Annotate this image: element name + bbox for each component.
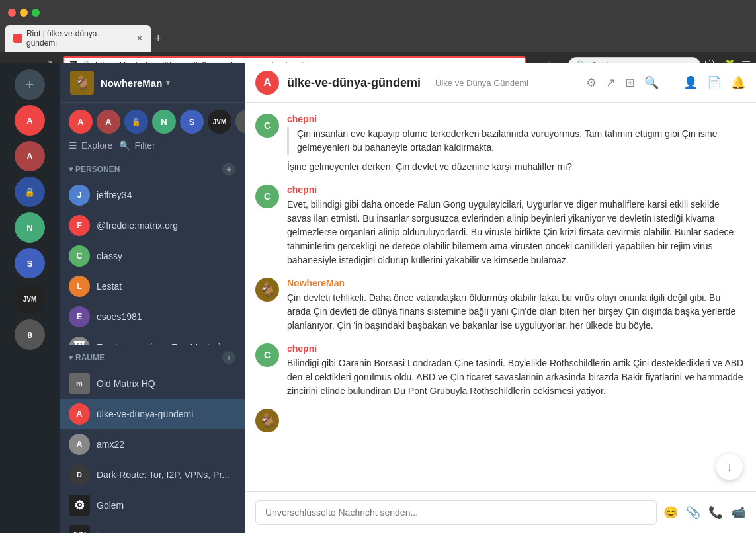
mini-avatar-n[interactable]: N [152,110,176,134]
msg-avatar-pending: 🐐 [255,409,279,432]
main-chat: A ülke-ve-dünya-gündemi Ülke ve Dünya Gü… [245,63,756,533]
minimize-window-button[interactable] [20,9,28,17]
title-bar [0,0,756,25]
room-name-ulke: ülke-ve-dünya-gündemi [97,409,193,419]
msg-author-chepni-1[interactable]: chepni [287,114,745,124]
header-divider [671,75,671,91]
tab-close-button[interactable]: ✕ [136,34,143,43]
mini-avatar-s[interactable]: S [180,110,204,134]
sidebar-item-a2[interactable]: A [15,141,45,171]
room-item-darkroute[interactable]: D Dark-Route: Tor, I2P, VPNs, Pr... [60,460,245,490]
contact-item-esoes1981[interactable]: E esoes1981 [60,302,245,332]
room-item-oldmatrix[interactable]: m Old Matrix HQ [60,368,245,399]
contact-item-jeffrey34[interactable]: J jeffrey34 [60,180,245,210]
sidebar-item-n[interactable]: N [15,212,45,243]
search-chat-icon[interactable]: 🔍 [644,75,659,90]
chat-room-avatar: A [255,71,279,95]
chat-room-subtitle: Ülke ve Dünya Gündemi [435,78,528,88]
contact-name-classy: classy [97,251,122,261]
mini-avatar-jvm[interactable]: JVM [208,110,231,134]
sidebar-item-lock[interactable]: 🔒 [15,177,45,207]
collapse-icon: ▾ [69,165,73,174]
app-container: + A A 🔒 N S JVM 8 🐐 NowhereMan ▾ A A 🔒 N… [0,63,756,533]
chat-header: A ülke-ve-dünya-gündemi Ülke ve Dünya Gü… [245,63,756,103]
close-window-button[interactable] [8,9,16,17]
explore-icon: ☰ [69,140,77,151]
mini-avatar-a1[interactable]: A [69,110,93,134]
sidebar-item-a1[interactable]: A [15,105,45,136]
tab-title: Riot | ülke-ve-dünya-gündemi [26,29,130,48]
rooms-section-title[interactable]: ▾ RÄUME [69,353,105,362]
mini-avatar-8[interactable]: 8 [235,110,245,134]
contact-item-lestat[interactable]: L Lestat [60,271,245,302]
grid-icon[interactable]: ⊞ [625,75,635,90]
contact-avatar-esoes1981: E [69,306,90,327]
contact-name-esoes1981: esoes1981 [97,311,142,322]
sidebar-item-8[interactable]: 8 [15,319,45,350]
persons-section-header: ▾ PERSONEN + [60,156,245,180]
message-group-5: C chepni Bilindigi gibi Oaranin Borsasi … [255,343,745,398]
contact-item-emptyroom[interactable]: 🖼 Empty room (was EmuMaster) [60,332,245,345]
room-item-ulke[interactable]: A ülke-ve-dünya-gündemi [60,399,245,429]
msg-author-chepni-3[interactable]: chepni [287,184,745,195]
attachment-button[interactable]: 📎 [686,505,700,520]
input-actions: 😊 📎 📞 📹 [663,505,745,520]
msg-author-nowhereman[interactable]: NowhereMan [287,278,745,288]
members-icon[interactable]: 👤 [683,75,698,90]
chevron-down-icon: ▾ [166,78,170,87]
add-room-button[interactable]: + [222,351,235,364]
contact-avatar-classy: C [69,245,90,266]
new-tab-button[interactable]: + [155,25,162,52]
scroll-to-bottom-button[interactable]: ↓ [716,454,743,480]
room-icon-darkroute: D [69,464,90,485]
settings-icon[interactable]: ⚙ [586,75,597,90]
room-item-golem[interactable]: ⚙ Golem [60,490,245,520]
contact-item-freddie[interactable]: F @freddie:matrix.org [60,210,245,241]
add-person-button[interactable]: + [222,163,235,176]
files-icon[interactable]: 📄 [707,75,722,90]
message-group-1: C chepni Çin insanlari eve kapayip olume… [255,114,745,155]
video-call-button[interactable]: 📹 [731,505,745,520]
username-area[interactable]: NowhereMan ▾ [101,77,170,89]
persons-section-title[interactable]: ▾ PERSONEN [69,165,120,174]
notifications-icon[interactable]: 🔔 [731,75,745,90]
msg-author-chepni-5[interactable]: chepni [287,343,745,354]
message-group-3: C chepni Evet, bilindigi gibi daha onced… [255,184,745,267]
room-name-golem: Golem [97,500,124,511]
filter-button[interactable]: 🔍 Filter [119,140,155,151]
header-actions: ⚙ ↗ ⊞ 🔍 👤 📄 🔔 [586,75,745,91]
explore-button[interactable]: ☰ Explore [69,140,112,151]
sidebar-item-s[interactable]: S [15,248,45,278]
left-panel: 🐐 NowhereMan ▾ A A 🔒 N S JVM 8 ☰ Explore… [60,63,245,533]
emoji-button[interactable]: 😊 [663,505,678,520]
share-icon[interactable]: ↗ [606,75,616,90]
voice-call-button[interactable]: 📞 [708,505,723,520]
room-item-amx22[interactable]: A amx22 [60,429,245,460]
chat-wrapper: A ülke-ve-dünya-gündemi Ülke ve Dünya Gü… [245,63,756,533]
msg-indented-1: Çin insanlari eve kapayip olume terkeder… [287,127,745,155]
room-icon-ulke: A [69,403,90,425]
room-name-jvm: jvm [97,530,111,533]
mini-avatar-lock[interactable]: 🔒 [124,110,148,134]
message-group-pending: 🐐 [255,409,745,432]
message-input[interactable] [255,500,657,525]
user-avatar: 🐐 [70,71,94,95]
maximize-window-button[interactable] [32,9,40,17]
add-community-button[interactable]: + [15,69,45,100]
room-name-oldmatrix: Old Matrix HQ [97,378,155,389]
mini-avatar-a2[interactable]: A [97,110,120,134]
contact-avatar-jeffrey34: J [69,184,90,206]
contact-avatar-freddie: F [69,215,90,236]
contacts-list: J jeffrey34 F @freddie:matrix.org C clas… [60,180,245,345]
room-item-jvm[interactable]: JVM jvm [60,520,245,533]
msg-content-3: chepni Evet, bilindigi gibi daha oncede … [287,184,745,267]
sidebar-item-jvm[interactable]: JVM [15,284,45,314]
browser-tab[interactable]: Riot | ülke-ve-dünya-gündemi ✕ [5,25,151,52]
contact-item-classy[interactable]: C classy [60,241,245,271]
tab-favicon [13,34,22,43]
rooms-collapse-icon: ▾ [69,353,73,362]
browser-chrome: Riot | ülke-ve-dünya-gündemi ✕ + ← → ↻ 🖼… [0,0,756,63]
contact-avatar-lestat: L [69,276,90,297]
room-icon-golem: ⚙ [69,495,90,516]
input-bar: 😊 📎 📞 📹 [245,491,756,533]
